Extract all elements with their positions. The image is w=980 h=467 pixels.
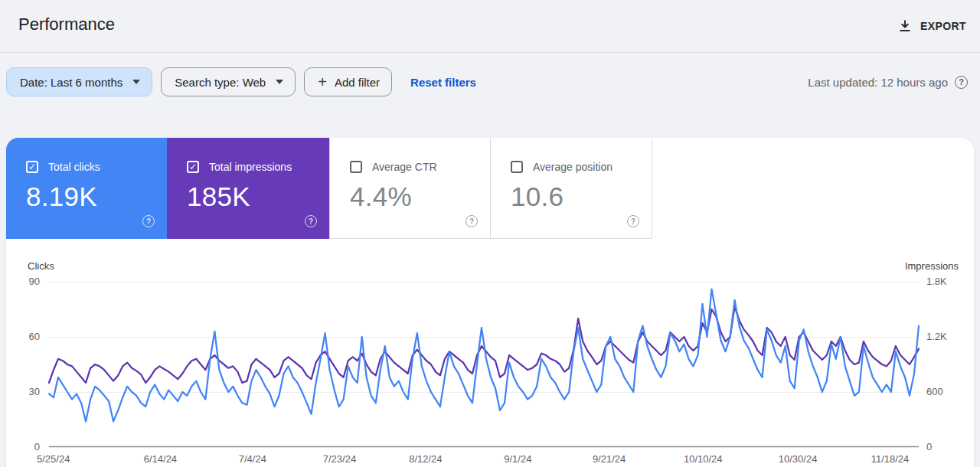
performance-chart-plot[interactable] bbox=[49, 282, 919, 447]
x-tick-label: 7/4/24 bbox=[239, 453, 266, 465]
tile-label: Average position bbox=[533, 161, 612, 173]
tile-total-clicks[interactable]: ✓ Total clicks 8.19K ? bbox=[6, 138, 167, 239]
add-filter-chip[interactable]: + Add filter bbox=[304, 67, 392, 96]
left-axis-title: Clicks bbox=[28, 260, 54, 272]
help-icon[interactable]: ? bbox=[627, 215, 639, 227]
header-divider bbox=[0, 52, 980, 53]
help-icon[interactable]: ? bbox=[305, 215, 317, 227]
help-icon[interactable]: ? bbox=[466, 215, 478, 227]
last-updated-text: Last updated: 12 hours ago bbox=[808, 76, 948, 89]
x-tick-label: 6/14/24 bbox=[144, 453, 177, 465]
tile-average-ctr[interactable]: Average CTR 4.4% ? bbox=[329, 138, 491, 239]
x-tick-label: 10/30/24 bbox=[779, 453, 818, 465]
x-tick-label: 7/23/24 bbox=[323, 453, 356, 465]
tile-value: 185K bbox=[187, 181, 329, 212]
top-bar: Performance EXPORT bbox=[0, 0, 980, 52]
date-filter-label: Date: Last 6 months bbox=[20, 76, 122, 89]
tile-value: 10.6 bbox=[511, 181, 652, 212]
y-tick: 0 bbox=[9, 441, 40, 453]
series-line-clicks bbox=[49, 289, 919, 422]
metric-tiles: ✓ Total clicks 8.19K ? ✓ Total impressio… bbox=[6, 138, 974, 239]
tile-total-impressions[interactable]: ✓ Total impressions 185K ? bbox=[167, 138, 329, 239]
search-type-label: Search type: Web bbox=[175, 76, 266, 89]
x-tick-label: 10/10/24 bbox=[684, 453, 723, 465]
x-tick-label: 5/25/24 bbox=[37, 453, 70, 465]
tile-label-row: Average CTR bbox=[350, 161, 490, 173]
x-tick-label: 9/1/24 bbox=[504, 453, 531, 465]
y-tick: 90 bbox=[9, 276, 40, 288]
x-tick-label: 11/18/24 bbox=[871, 453, 910, 465]
checkbox-average-position[interactable] bbox=[511, 161, 523, 173]
download-icon bbox=[898, 19, 912, 33]
add-filter-label: Add filter bbox=[335, 76, 380, 89]
y-tick: 0 bbox=[926, 441, 957, 453]
tile-label-row: Average position bbox=[511, 161, 652, 173]
help-icon[interactable]: ? bbox=[142, 215, 155, 227]
y-tick: 1.2K bbox=[926, 331, 957, 343]
tile-label: Total impressions bbox=[209, 161, 292, 173]
export-button[interactable]: EXPORT bbox=[898, 12, 966, 40]
x-tick-label: 8/12/24 bbox=[409, 453, 442, 465]
checkbox-total-impressions[interactable]: ✓ bbox=[187, 161, 199, 173]
checkbox-average-ctr[interactable] bbox=[350, 161, 362, 173]
reset-filters-link[interactable]: Reset filters bbox=[410, 76, 476, 89]
y-tick: 600 bbox=[926, 386, 957, 398]
tile-value: 8.19K bbox=[26, 181, 167, 212]
tile-value: 4.4% bbox=[350, 181, 490, 212]
x-tick-label: 9/21/24 bbox=[593, 453, 626, 465]
tile-label-row: ✓ Total impressions bbox=[187, 161, 329, 173]
y-tick: 30 bbox=[9, 386, 40, 398]
y-tick: 60 bbox=[9, 331, 40, 343]
tile-label: Total clicks bbox=[48, 161, 100, 173]
tile-label: Average CTR bbox=[372, 161, 437, 173]
tile-label-row: ✓ Total clicks bbox=[26, 161, 167, 173]
date-filter-chip[interactable]: Date: Last 6 months bbox=[6, 67, 152, 96]
tile-average-position[interactable]: Average position 10.6 ? bbox=[491, 138, 652, 239]
right-axis-title: Impressions bbox=[905, 260, 959, 272]
page-title: Performance bbox=[18, 15, 115, 34]
checkbox-total-clicks[interactable]: ✓ bbox=[26, 161, 38, 173]
plus-icon: + bbox=[318, 74, 327, 90]
caret-down-icon bbox=[132, 80, 140, 84]
filter-bar: Date: Last 6 months Search type: Web + A… bbox=[6, 67, 968, 96]
help-icon[interactable]: ? bbox=[955, 76, 968, 89]
last-updated: Last updated: 12 hours ago ? bbox=[808, 76, 968, 89]
search-type-filter-chip[interactable]: Search type: Web bbox=[161, 67, 296, 96]
export-label: EXPORT bbox=[920, 20, 966, 32]
caret-down-icon bbox=[276, 80, 283, 84]
y-tick: 1.8K bbox=[926, 276, 957, 288]
performance-card: ✓ Total clicks 8.19K ? ✓ Total impressio… bbox=[6, 138, 974, 467]
